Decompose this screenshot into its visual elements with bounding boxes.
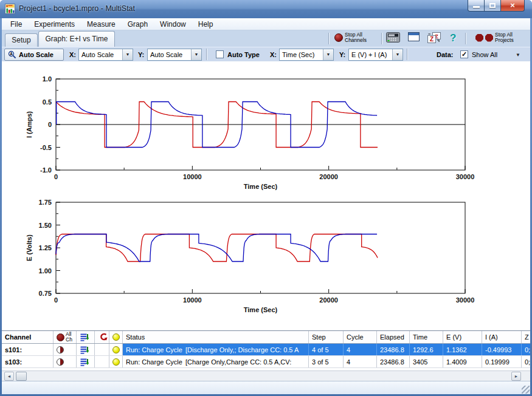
- separator: [381, 33, 382, 44]
- channel-table: Channel AllCh: [2, 330, 530, 370]
- menu-experiments[interactable]: Experiments: [28, 18, 81, 30]
- elapsed-cell: 23486.8: [377, 344, 410, 355]
- table-header-row: Channel AllCh: [2, 331, 530, 344]
- separator: [465, 33, 466, 44]
- time-cell: 1292.6: [410, 344, 443, 355]
- svg-text:10000: 10000: [183, 173, 202, 180]
- stop-circle-icon: [334, 33, 343, 42]
- data-dropdown-arrow-icon[interactable]: ▼: [516, 52, 520, 58]
- svg-text:1.0: 1.0: [43, 75, 52, 83]
- charts-canvas: 1.00.50-0.5-1.00100002000030000Time (Sec…: [2, 61, 530, 330]
- channel-status-light[interactable]: [109, 356, 123, 367]
- header-z[interactable]: Z: [522, 331, 530, 343]
- channel-status-light[interactable]: [109, 344, 123, 355]
- tab-setup[interactable]: Setup: [5, 33, 38, 47]
- horizontal-scrollbar[interactable]: ◄ ►: [2, 370, 530, 381]
- header-i[interactable]: I (A): [482, 331, 522, 343]
- instrument-panel-button[interactable]: [386, 32, 400, 43]
- status-cell: Run: Charge Cycle [Discharge Only,; Disc…: [123, 344, 309, 355]
- half-pie-icon: [57, 358, 64, 366]
- header-e[interactable]: E (V): [443, 331, 482, 343]
- z-cell: 0;: [522, 356, 530, 367]
- dropdown-arrow-icon[interactable]: ▼: [191, 49, 201, 60]
- stop-all-channels-label: Stop AllChannels: [345, 32, 367, 43]
- header-run-queue[interactable]: [77, 331, 95, 343]
- stop-all-channels-button[interactable]: Stop AllChannels: [334, 32, 367, 43]
- status-bar: [2, 381, 530, 394]
- tab-graph[interactable]: Graph: E+I vs Time: [38, 31, 115, 47]
- channel-run-state[interactable]: [54, 356, 77, 367]
- header-status[interactable]: Status: [123, 331, 309, 343]
- scroll-right-button[interactable]: ►: [511, 372, 521, 381]
- i-cell: 0.19999: [482, 356, 522, 367]
- maximize-button[interactable]: [485, 0, 501, 12]
- dropdown-arrow-icon[interactable]: ▼: [392, 49, 402, 60]
- x-scale-value: Auto Scale: [79, 49, 122, 60]
- stop-all-projects-button[interactable]: Stop AllProjects: [475, 32, 514, 43]
- stop-octagon-icon: [485, 34, 493, 42]
- svg-text:A: A: [10, 52, 13, 56]
- menu-graph[interactable]: Graph: [122, 18, 154, 30]
- z-swap-icon: Z Z: [427, 32, 441, 43]
- x-axis-value: Time (Sec): [280, 49, 323, 60]
- auto-type-checkbox[interactable]: [216, 50, 224, 58]
- scroll-left-button[interactable]: ◄: [4, 372, 14, 381]
- cycle-cell: 4: [344, 344, 377, 355]
- status-detail: [Discharge Only,; Discharge CC: 0.5 A: [185, 346, 299, 353]
- svg-text:Z: Z: [430, 36, 434, 43]
- time-cell: 3405: [410, 356, 443, 367]
- auto-scale-button[interactable]: A Auto Scale: [4, 49, 64, 61]
- close-button[interactable]: ×: [501, 0, 525, 12]
- auto-type-label: Auto Type: [227, 51, 260, 58]
- help-button[interactable]: ?: [450, 32, 456, 44]
- menu-help[interactable]: Help: [192, 18, 219, 30]
- svg-text:10000: 10000: [183, 296, 202, 304]
- e-cell: 1.1362: [443, 344, 482, 355]
- app-window: Project1 - bcycle1.mpro - MultiStat × Fi…: [0, 0, 532, 396]
- window-view-button[interactable]: [408, 32, 420, 41]
- y-axis-select[interactable]: E (V) + I (A) ▼: [348, 49, 403, 61]
- menu-measure[interactable]: Measure: [81, 18, 122, 30]
- header-time[interactable]: Time: [410, 331, 443, 343]
- channel-rerun[interactable]: [95, 344, 109, 355]
- channel-queue[interactable]: [77, 356, 95, 367]
- header-all-channels[interactable]: AllCh: [54, 331, 77, 343]
- menu-window[interactable]: Window: [154, 18, 192, 30]
- svg-text:30000: 30000: [456, 173, 475, 180]
- dropdown-arrow-icon[interactable]: ▼: [323, 49, 333, 60]
- header-step[interactable]: Step: [309, 331, 344, 343]
- minimize-button[interactable]: [468, 0, 485, 12]
- x-axis-label: X:: [270, 51, 277, 58]
- window-content: File Experiments Measure Graph Window He…: [2, 18, 530, 394]
- minimize-icon: [473, 6, 480, 8]
- channel-rerun[interactable]: [95, 356, 109, 367]
- header-cycle[interactable]: Cycle: [344, 331, 377, 343]
- header-rerun[interactable]: [95, 331, 109, 343]
- status-text: Run: Charge Cycle: [126, 358, 182, 366]
- scrollbar-thumb[interactable]: [16, 372, 27, 381]
- x-axis-select[interactable]: Time (Sec) ▼: [279, 49, 334, 61]
- dropdown-arrow-icon[interactable]: ▼: [122, 49, 133, 60]
- svg-text:0: 0: [54, 296, 58, 304]
- e-cell: 1.4009: [443, 356, 482, 367]
- data-value: Show All: [472, 51, 497, 58]
- svg-text:20000: 20000: [319, 173, 338, 180]
- show-all-checkbox[interactable]: ✓: [460, 50, 468, 58]
- header-status-light[interactable]: [109, 331, 123, 343]
- header-channel[interactable]: Channel: [2, 331, 54, 343]
- series-s101: [56, 234, 378, 262]
- y-scale-select[interactable]: Auto Scale ▼: [147, 49, 202, 61]
- series-s103: [56, 234, 377, 262]
- x-scale-select[interactable]: Auto Scale ▼: [78, 49, 133, 61]
- app-icon: [5, 4, 15, 14]
- table-row-s103[interactable]: s103: Run: Charge Cycle [C: [2, 356, 530, 368]
- sleep-wake-button[interactable]: Z Z: [427, 32, 441, 43]
- chart-panel: 1.00.50-0.5-1.00100002000030000Time (Sec…: [2, 61, 530, 330]
- resize-grip[interactable]: [522, 386, 530, 394]
- channel-queue[interactable]: [77, 344, 95, 355]
- menu-file[interactable]: File: [4, 18, 28, 30]
- header-elapsed[interactable]: Elapsed: [377, 331, 410, 343]
- table-row-s101[interactable]: s101: Run: Charge Cycle [D: [2, 344, 530, 356]
- svg-text:0.5: 0.5: [43, 98, 52, 106]
- channel-run-state[interactable]: [54, 344, 77, 355]
